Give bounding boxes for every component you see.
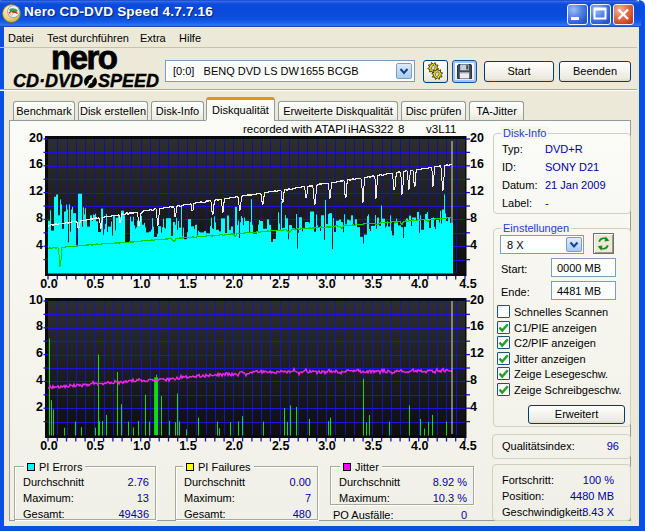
svg-text:2.5: 2.5	[272, 439, 289, 453]
svg-text:12: 12	[29, 184, 43, 198]
svg-text:0.0: 0.0	[40, 277, 57, 291]
svg-text:1.0: 1.0	[133, 277, 150, 291]
svg-text:1.5: 1.5	[179, 277, 196, 291]
svg-text:8: 8	[398, 123, 404, 135]
svg-text:2.0: 2.0	[226, 277, 243, 291]
svg-text:4: 4	[36, 238, 43, 252]
svg-text:1.5: 1.5	[179, 439, 196, 453]
svg-text:4.5: 4.5	[459, 277, 476, 291]
svg-text:0.5: 0.5	[87, 439, 104, 453]
svg-text:2: 2	[36, 400, 43, 414]
svg-text:12: 12	[470, 184, 484, 198]
svg-text:4.0: 4.0	[411, 277, 428, 291]
svg-text:3.0: 3.0	[318, 277, 335, 291]
svg-text:8: 8	[470, 211, 477, 225]
svg-text:20: 20	[470, 131, 484, 145]
svg-text:4.0: 4.0	[411, 439, 428, 453]
svg-text:0.5: 0.5	[87, 277, 104, 291]
svg-text:16: 16	[470, 319, 484, 333]
svg-text:1.0: 1.0	[133, 439, 150, 453]
svg-text:4: 4	[470, 238, 477, 252]
svg-text:4: 4	[36, 373, 43, 387]
svg-text:16: 16	[470, 157, 484, 171]
svg-text:16: 16	[29, 157, 43, 171]
svg-text:iHAS322: iHAS322	[348, 123, 393, 135]
svg-text:8: 8	[36, 319, 43, 333]
svg-text:3.0: 3.0	[318, 439, 335, 453]
svg-text:8: 8	[36, 211, 43, 225]
svg-text:4.5: 4.5	[459, 439, 476, 453]
svg-text:2.5: 2.5	[272, 277, 289, 291]
svg-text:20: 20	[29, 131, 43, 145]
svg-text:0.0: 0.0	[40, 439, 57, 453]
svg-text:4: 4	[470, 400, 477, 414]
svg-text:v3L11: v3L11	[426, 123, 456, 135]
svg-text:recorded with ATAPI: recorded with ATAPI	[243, 123, 346, 135]
svg-text:3.5: 3.5	[365, 439, 382, 453]
svg-text:8: 8	[470, 373, 477, 387]
svg-text:6: 6	[36, 346, 43, 360]
svg-text:20: 20	[470, 293, 484, 307]
svg-text:12: 12	[470, 346, 484, 360]
svg-text:10: 10	[29, 293, 43, 307]
svg-text:2.0: 2.0	[226, 439, 243, 453]
svg-text:3.5: 3.5	[365, 277, 382, 291]
